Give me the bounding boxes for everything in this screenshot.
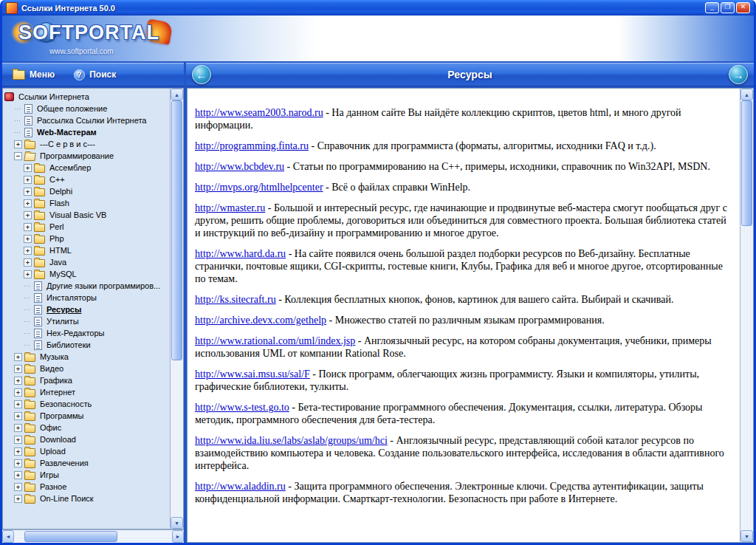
scroll-left-button[interactable]: ◄ (2, 530, 14, 543)
expand-icon[interactable]: + (24, 188, 32, 196)
tree-hscroll-track[interactable] (14, 530, 172, 543)
resource-link[interactable]: http://programming.finta.ru (195, 140, 309, 151)
tree-scroll-thumb[interactable] (171, 100, 182, 360)
expand-icon[interactable]: + (14, 412, 22, 420)
expand-icon[interactable]: + (24, 199, 32, 208)
folder-icon (24, 366, 35, 374)
tree-item[interactable]: +HTML (3, 244, 170, 256)
expand-icon[interactable]: + (24, 211, 32, 219)
expand-icon[interactable]: + (14, 448, 22, 456)
tree-item[interactable]: Инсталяторы (3, 292, 170, 304)
resource-link[interactable]: http://mvps.org/htmlhelpcenter (195, 182, 323, 193)
tree-item[interactable]: Web-Мастерам (3, 126, 170, 138)
tree-item[interactable]: +Php (3, 233, 170, 244)
tree-item[interactable]: +Java (3, 256, 170, 268)
content-scroll-up-button[interactable]: ▲ (740, 89, 753, 100)
expand-icon[interactable]: + (14, 377, 22, 385)
tree-scroll-track[interactable] (171, 100, 183, 517)
minimize-button[interactable]: _ (705, 2, 719, 13)
tree-item[interactable]: +Интернет (3, 386, 170, 398)
main-area: Ссылки ИнтернетаОбщее положениеРассылка … (2, 88, 754, 543)
expand-icon[interactable]: + (14, 424, 22, 432)
tree-item[interactable]: +Разное (3, 481, 170, 493)
expand-icon[interactable]: + (24, 176, 32, 184)
close-button[interactable]: ✕ (736, 2, 750, 13)
expand-icon[interactable]: + (14, 365, 22, 373)
nav-back-button[interactable]: ← (192, 65, 211, 84)
tree-item[interactable]: Утилиты (3, 315, 170, 327)
tree-item[interactable]: +Офис (3, 422, 170, 433)
content-scroll-down-button[interactable]: ▼ (740, 530, 753, 542)
content-vertical-scrollbar[interactable]: ▲ ▼ (740, 89, 753, 542)
tree-item[interactable]: +Графика (3, 374, 170, 386)
tree-item-label: Общее положение (35, 104, 109, 113)
expand-icon[interactable]: + (24, 247, 32, 255)
tree-horizontal-scrollbar[interactable]: ◄ ► (2, 529, 184, 543)
tree-item[interactable]: +Perl (3, 221, 170, 233)
tree-item[interactable]: Hex-Редакторы (3, 327, 170, 339)
tree-item[interactable]: +MySQL (3, 268, 170, 280)
titlebar[interactable]: Ссылки Интернета 50.0 _ ❐ ✕ (2, 0, 754, 16)
resource-link[interactable]: http://www.seam2003.narod.ru (195, 107, 323, 118)
resource-link[interactable]: http://www.aladdin.ru (195, 481, 286, 492)
scroll-down-button[interactable]: ▼ (171, 517, 183, 529)
expand-icon[interactable]: + (24, 164, 32, 172)
nav-forward-button[interactable]: → (729, 65, 748, 84)
tree-item[interactable]: Рассылка Ссылки Интернета (3, 114, 170, 126)
resource-link[interactable]: http://www.ida.liu.se/labs/aslab/groups/… (195, 435, 388, 446)
expand-icon[interactable]: + (14, 140, 22, 148)
expand-icon[interactable]: + (14, 353, 22, 361)
expand-icon[interactable]: + (14, 495, 22, 503)
menu-button[interactable]: Меню (13, 69, 55, 80)
expand-icon[interactable]: + (24, 235, 32, 243)
expand-icon[interactable]: + (14, 483, 22, 491)
collapse-icon[interactable]: − (14, 152, 22, 160)
tree-item[interactable]: +Игры (3, 469, 170, 481)
tree-item[interactable]: +---С е р в и с--- (3, 138, 170, 150)
resource-link[interactable]: http://www.s-test.go.to (195, 402, 289, 413)
tree-item[interactable]: +Download (3, 433, 170, 445)
resource-link[interactable]: http://www.sai.msu.su/sal/F (195, 369, 310, 380)
scroll-right-button[interactable]: ► (172, 530, 184, 543)
resource-link[interactable]: http://ks.sitecraft.ru (195, 294, 276, 305)
tree-item[interactable]: Ресурсы (3, 304, 170, 315)
content-scroll-track[interactable] (740, 100, 753, 530)
expand-icon[interactable]: + (14, 388, 22, 397)
scroll-up-button[interactable]: ▲ (171, 89, 183, 100)
tree-item[interactable]: Ссылки Интернета (3, 91, 170, 103)
tree-item[interactable]: +Музыка (3, 351, 170, 363)
expand-icon[interactable]: + (24, 270, 32, 278)
resource-link[interactable]: http://archive.devx.com/gethelp (195, 315, 326, 326)
link-entry: http://www.rational.com/uml/index.jsp - … (195, 335, 728, 360)
tree-item[interactable]: +Delphi (3, 185, 170, 197)
expand-icon[interactable]: + (14, 436, 22, 444)
tree-item[interactable]: Общее положение (3, 103, 170, 114)
search-button[interactable]: ? Поиск (74, 69, 116, 80)
expand-icon[interactable]: + (14, 400, 22, 408)
tree-hscroll-thumb[interactable] (24, 531, 117, 542)
tree-item[interactable]: +Развлечения (3, 457, 170, 469)
expand-icon[interactable]: + (24, 223, 32, 231)
tree-item[interactable]: +On-Line Поиск (3, 493, 170, 504)
tree-item[interactable]: +Безопасность (3, 398, 170, 410)
tree-item[interactable]: Библиотеки (3, 339, 170, 351)
resource-link[interactable]: http://www.hard.da.ru (195, 248, 286, 259)
expand-icon[interactable]: + (14, 459, 22, 467)
content-scroll-thumb[interactable] (741, 100, 752, 226)
tree-item[interactable]: +C++ (3, 174, 170, 185)
tree-vertical-scrollbar[interactable]: ▲ ▼ (170, 89, 183, 529)
maximize-button[interactable]: ❐ (721, 2, 735, 13)
resource-link[interactable]: http://www.bcbdev.ru (195, 161, 284, 172)
tree-item[interactable]: +Flash (3, 197, 170, 209)
tree-item[interactable]: Другие языки программиров... (3, 280, 170, 292)
tree-item[interactable]: +Upload (3, 445, 170, 457)
tree-item[interactable]: +Ассемблер (3, 162, 170, 174)
expand-icon[interactable]: + (24, 258, 32, 267)
resource-link[interactable]: http://wmaster.ru (195, 202, 265, 213)
expand-icon[interactable]: + (14, 471, 22, 479)
tree-item[interactable]: +Visual Basic VB (3, 209, 170, 221)
tree-item[interactable]: +Программы (3, 410, 170, 422)
tree-item[interactable]: −Программирование (3, 150, 170, 162)
resource-link[interactable]: http://www.rational.com/uml/index.jsp (195, 335, 355, 346)
tree-item[interactable]: +Видео (3, 363, 170, 374)
